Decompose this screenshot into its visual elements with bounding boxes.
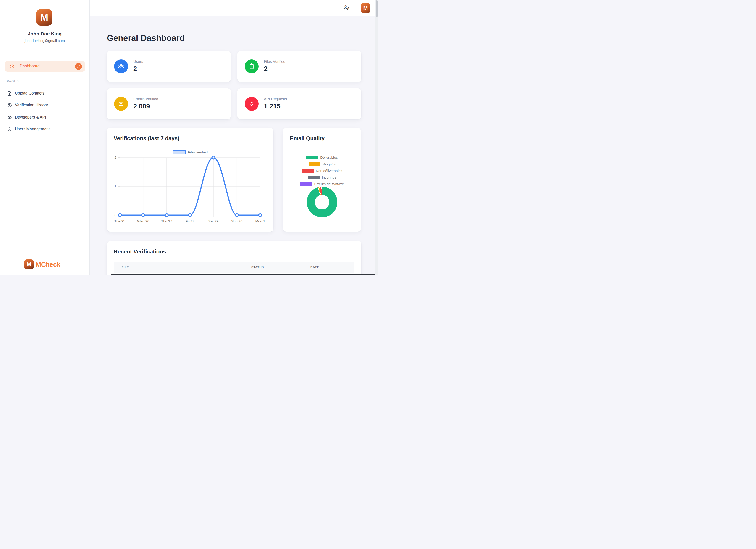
code-icon [7,115,12,120]
legend-item-non-deliverables: Non déliverables [302,169,342,173]
legend-item-risques: Risqués [309,162,336,166]
sidebar-item-upload-contacts[interactable]: Upload Contacts [0,89,90,98]
svg-text:Thu 27: Thu 27 [161,219,172,223]
language-switch-button[interactable]: 文 A [343,4,351,12]
stat-card-emails-verified: Emails Verified 2 009 [107,88,231,119]
email-quality-card: Email Quality Délivrables Risqués Non dé… [283,128,361,231]
rocket-icon [76,64,81,68]
clipboard-check-icon [248,63,255,70]
verifications-chart-card: Verifications (last 7 days) Files verifi… [107,128,273,231]
recent-verifications-card: Recent Verifications FILE STATUS DATE [107,241,361,274]
column-header-date: DATE [310,265,319,269]
legend-swatch [300,182,312,186]
file-icon [7,91,12,96]
stat-label: Files Verified [264,59,285,64]
legend-label: Délivrables [320,155,338,160]
sidebar-item-users-management[interactable]: Users Management [0,124,90,134]
stat-card-users: Users 2 [107,51,231,82]
legend-label: Erreurs de syntaxe [314,182,344,186]
legend-swatch [309,162,320,166]
viewport-bottom-edge [111,273,378,274]
mcheck-logo-icon: M [24,259,34,269]
users-stat-circle [114,59,128,73]
svg-text:Wed 26: Wed 26 [137,219,149,223]
stat-value: 2 [133,65,137,73]
scrollbar-thumb[interactable] [376,0,378,17]
main-content: General Dashboard Users 2 [90,16,378,274]
stat-card-api-requests: API Requests 1 215 [237,88,361,119]
page-title: General Dashboard [107,33,185,43]
svg-text:2: 2 [114,155,116,159]
app-root: M John Doe King johndoeking@gmail.com Da… [0,0,378,274]
rocket-badge [75,63,82,70]
donut-chart [307,187,337,217]
stat-card-files-verified: Files Verified 2 [237,51,361,82]
users-icon [118,63,125,70]
mcheck-wordmark: MCheck [36,261,60,268]
legend-label: Risqués [323,162,336,166]
translate-icon-letter: A [347,7,350,11]
gauge-icon [9,64,15,69]
app-logo: M [36,9,53,26]
stat-value: 1 215 [264,102,281,110]
sidebar-item-label: Verification History [15,103,48,107]
sidebar-item-label: Upload Contacts [15,91,44,96]
sidebar-section-pages: PAGES [7,79,19,83]
svg-text:1: 1 [114,184,116,188]
y-axis-labels: 2 1 0 [114,155,116,217]
avatar[interactable]: M [361,3,370,13]
legend-label: Inconnus [322,175,336,179]
stat-label: API Requests [264,97,287,101]
stat-label: Users [133,59,143,64]
recent-verifications-title: Recent Verifications [114,248,166,255]
stat-label: Emails Verified [133,97,158,101]
pie-legend: Délivrables Risqués Non déliverables Inc… [283,156,361,189]
x-axis-labels: Tue 25 Wed 26 Thu 27 Fri 28 Sat 29 Sun 3… [114,219,265,223]
sidebar-item-label: Users Management [15,127,50,131]
sidebar-item-developers-api[interactable]: Developers & API [0,113,90,122]
files-stat-circle [245,59,259,73]
api-stat-circle [245,97,259,111]
profile-section: M John Doe King johndoeking@gmail.com [0,0,89,55]
svg-text:Sat 29: Sat 29 [208,219,219,223]
user-email: johndoeking@gmail.com [0,39,89,43]
user-name: John Doe King [0,31,89,37]
legend-label: Non déliverables [316,169,342,173]
scrollbar-track[interactable] [375,0,378,274]
legend-item-delivrables: Délivrables [306,156,338,159]
legend-swatch [308,176,320,179]
history-icon [7,102,12,108]
unfold-arrows-icon [248,100,255,107]
svg-text:Sun 30: Sun 30 [231,219,243,223]
svg-text:Fri 28: Fri 28 [186,219,195,223]
legend-swatch [306,156,318,159]
stat-value: 2 009 [133,102,150,110]
sidebar-item-label: Dashboard [20,64,40,68]
sidebar-item-verification-history[interactable]: Verification History [0,100,90,110]
legend-item-inconnus: Inconnus [308,176,336,179]
sidebar-item-label: Developers & API [15,115,46,120]
mail-icon [118,100,125,107]
svg-text:Mon 1: Mon 1 [255,219,265,223]
sidebar: M John Doe King johndoeking@gmail.com Da… [0,0,90,274]
user-icon [7,126,12,132]
legend-item-erreurs-syntaxe: Erreurs de syntaxe [300,182,344,186]
emails-stat-circle [114,97,128,111]
svg-text:0: 0 [114,213,116,217]
table-header-row: FILE STATUS DATE [114,262,354,273]
legend-swatch [302,169,314,173]
stat-value: 2 [264,65,268,73]
line-chart: 2 1 0 Tue 25 Wed 26 Thu 27 Fri 28 Sat 29… [107,128,273,231]
email-quality-title: Email Quality [290,135,325,142]
svg-text:Tue 25: Tue 25 [114,219,125,223]
topbar: 文 A M [90,0,375,16]
column-header-file: FILE [122,265,129,269]
column-header-status: STATUS [251,265,264,269]
sidebar-item-dashboard[interactable]: Dashboard [5,61,85,72]
